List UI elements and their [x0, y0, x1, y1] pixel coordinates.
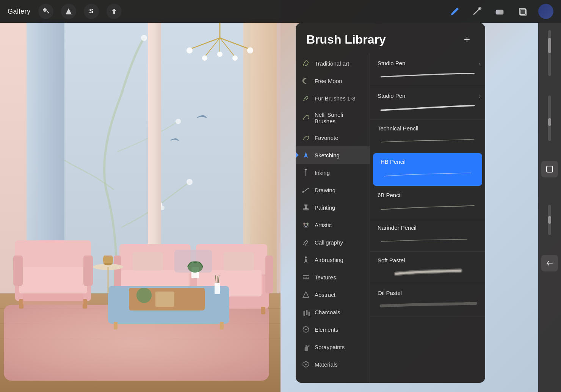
- opacity-slider[interactable]: [548, 30, 551, 76]
- svg-rect-90: [547, 166, 553, 172]
- spraypaints-icon: [302, 343, 310, 351]
- square-icon: [545, 165, 554, 173]
- svg-rect-84: [305, 347, 308, 351]
- extra-slider[interactable]: [548, 205, 551, 235]
- brush-item-narinder-pencil[interactable]: Narinder Pencil: [370, 219, 485, 252]
- traditional-art-label: Traditional art: [315, 60, 349, 67]
- armchair: [11, 233, 95, 309]
- category-item-textures[interactable]: Textures: [296, 268, 370, 286]
- panel-content: Traditional art Free Moon: [296, 53, 485, 383]
- nelli-suneli-icon: [302, 114, 310, 122]
- svg-point-17: [217, 52, 223, 57]
- brush-name-oil-pastel: Oil Pastel: [378, 290, 478, 296]
- brush-item-studio-pen-1[interactable]: Studio Pen ›: [370, 55, 485, 87]
- painting-label: Painting: [315, 204, 335, 211]
- svg-rect-81: [309, 312, 310, 316]
- scribble-button[interactable]: S: [84, 4, 99, 19]
- share-button[interactable]: [107, 4, 122, 19]
- svg-rect-24: [19, 267, 87, 293]
- charcoals-label: Charcoals: [315, 309, 340, 315]
- spraypaints-label: Spraypaints: [315, 344, 345, 350]
- brush-preview-studio-pen-2: [378, 102, 478, 114]
- svg-rect-53: [215, 283, 220, 294]
- wrench-icon: [42, 8, 50, 15]
- textures-label: Textures: [315, 274, 336, 281]
- panel-caret: [374, 20, 383, 24]
- size-slider[interactable]: [548, 96, 551, 141]
- brush-preview-technical-pencil: [378, 135, 478, 147]
- avatar-button[interactable]: [538, 4, 553, 19]
- svg-point-5: [176, 119, 181, 124]
- opacity-thumb: [548, 38, 551, 53]
- svg-rect-36: [265, 256, 273, 293]
- square-tool-button[interactable]: [541, 161, 558, 177]
- brush-item-soft-pastel[interactable]: Soft Pastel: [370, 252, 485, 284]
- topbar: Gallery S: [0, 0, 561, 23]
- svg-rect-79: [303, 311, 305, 316]
- svg-point-15: [202, 55, 207, 61]
- svg-rect-80: [306, 310, 307, 315]
- favoriete-icon: [302, 133, 310, 142]
- eraser-icon: [494, 6, 505, 17]
- sketching-icon: [302, 151, 310, 159]
- free-moon-icon: [302, 77, 310, 85]
- pen-tool-button[interactable]: [447, 5, 461, 18]
- brush-item-oil-pastel[interactable]: Oil Pastel: [370, 284, 485, 317]
- category-item-free-moon[interactable]: Free Moon: [296, 72, 370, 89]
- category-item-traditional-art[interactable]: Traditional art: [296, 55, 370, 72]
- edit-arrow-2: ›: [479, 93, 481, 99]
- gallery-button[interactable]: Gallery: [8, 8, 31, 16]
- category-item-sketching[interactable]: Sketching: [296, 146, 370, 164]
- category-item-airbrushing[interactable]: Airbrushing: [296, 251, 370, 268]
- edit-arrow-1: ›: [479, 61, 481, 67]
- category-item-elements[interactable]: Elements: [296, 321, 370, 338]
- category-item-favoriete[interactable]: Favoriete: [296, 129, 370, 146]
- category-item-inking[interactable]: Inking: [296, 164, 370, 181]
- category-item-painting[interactable]: Painting: [296, 199, 370, 216]
- share-icon: [111, 8, 118, 15]
- pen-icon: [449, 6, 459, 17]
- materials-label: Materials: [315, 361, 338, 368]
- brush-item-technical-pencil[interactable]: Technical Pencil: [370, 120, 485, 152]
- category-item-artistic[interactable]: Artistic: [296, 216, 370, 234]
- category-item-fur-brushes[interactable]: Fur Brushes 1-3: [296, 89, 370, 107]
- smudge-tool-button[interactable]: [470, 5, 484, 18]
- category-item-materials[interactable]: Materials: [296, 356, 370, 373]
- back-icon: [545, 259, 554, 267]
- svg-rect-61: [520, 9, 527, 16]
- layers-button[interactable]: [516, 5, 529, 18]
- elements-label: Elements: [315, 326, 338, 333]
- brush-item-hb-pencil[interactable]: HB Pencil: [373, 153, 482, 186]
- svg-point-63: [305, 169, 307, 170]
- category-item-calligraphy[interactable]: Calligraphy: [296, 234, 370, 251]
- svg-point-71: [307, 223, 308, 225]
- airbrushing-icon: [302, 256, 310, 264]
- svg-rect-23: [15, 240, 91, 269]
- category-item-nelli-suneli[interactable]: Nelli Suneli Brushes: [296, 107, 370, 129]
- category-item-spraypaints[interactable]: Spraypaints: [296, 338, 370, 356]
- drawing-label: Drawing: [315, 187, 335, 193]
- back-button[interactable]: [541, 255, 558, 271]
- inking-icon: [302, 168, 310, 177]
- brush-item-studio-pen-2[interactable]: Studio Pen ›: [370, 87, 485, 120]
- eraser-tool-button[interactable]: [493, 5, 506, 18]
- wrench-button[interactable]: [38, 4, 53, 19]
- panel-title: Brush Library: [306, 33, 386, 47]
- painting-icon: [302, 203, 310, 212]
- svg-line-56: [218, 275, 219, 283]
- category-item-abstract[interactable]: Abstract: [296, 286, 370, 303]
- extra-thumb: [548, 216, 551, 224]
- brush-library-panel: Brush Library + Traditional art: [296, 23, 485, 383]
- abstract-label: Abstract: [315, 292, 335, 298]
- smudge-icon: [472, 6, 482, 17]
- add-brush-button[interactable]: +: [459, 32, 475, 47]
- brush-item-6b-pencil[interactable]: 6B Pencil: [370, 187, 485, 219]
- adjust-button[interactable]: [61, 4, 76, 19]
- svg-point-57: [478, 7, 481, 10]
- brush-name-studio-pen-1: Studio Pen: [378, 60, 478, 66]
- category-item-charcoals[interactable]: Charcoals: [296, 303, 370, 321]
- category-item-drawing[interactable]: Drawing: [296, 181, 370, 199]
- brush-name-studio-pen-2: Studio Pen: [378, 93, 478, 99]
- svg-rect-66: [305, 205, 307, 209]
- calligraphy-icon: [302, 238, 310, 246]
